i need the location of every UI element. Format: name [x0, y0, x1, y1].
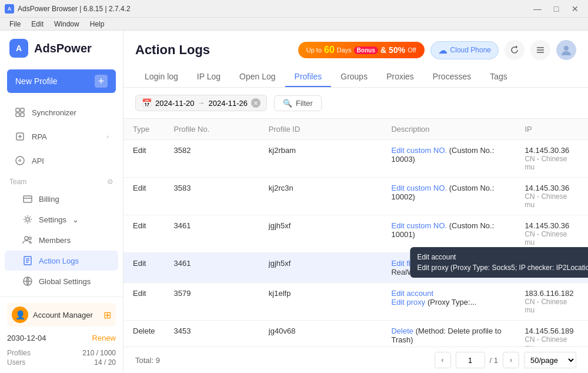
users-label: Users [7, 358, 25, 367]
footer-stats: Profiles 210 / 1000 Users 14 / 20 [7, 348, 116, 367]
app-body: A AdsPower New Profile + Synchronizer RP… [0, 31, 588, 373]
prev-page-button[interactable]: ‹ [435, 352, 451, 368]
col-description: Description [382, 119, 515, 140]
table-row: Delete 3453 jg40v68 Delete (Method: Dele… [123, 321, 588, 347]
action-logs-table: Type Profile No. Profile ID Description … [123, 119, 588, 347]
table-row: Edit 3579 kj1elfp Edit account Edit prox… [123, 283, 588, 321]
date-to: 2024-11-26 [209, 99, 248, 108]
maximize-button[interactable]: □ [548, 3, 564, 15]
ip-main: 14.145.30.36 [524, 221, 579, 230]
main-content: Action Logs Up to 60 Days Bonus & 50% Of… [123, 31, 588, 373]
promo-off: Off [407, 46, 416, 54]
menu-edit[interactable]: Edit [26, 19, 48, 29]
sidebar-item-billing[interactable]: Billing [5, 189, 118, 209]
new-profile-button[interactable]: New Profile + [7, 69, 116, 93]
desc-link1[interactable]: Edit account [391, 289, 433, 298]
desc-link[interactable]: Delete [391, 327, 413, 335]
desc-link[interactable]: Edit custom NO. [391, 221, 447, 230]
svg-rect-0 [16, 108, 19, 112]
date-arrow-icon: → [198, 99, 205, 107]
total-count: Total: 9 [135, 356, 160, 365]
tab-processes[interactable]: Processes [423, 67, 480, 87]
main-header: Action Logs Up to 60 Days Bonus & 50% Of… [123, 31, 588, 88]
cell-profile-id: jg40v68 [259, 321, 382, 347]
rpa-icon [14, 131, 26, 142]
renew-button[interactable]: Renew [92, 334, 116, 342]
menu-file[interactable]: File [5, 19, 25, 29]
sidebar-item-api[interactable]: API [5, 149, 118, 172]
tab-groups[interactable]: Groups [331, 67, 377, 87]
calendar-icon: 📅 [142, 98, 152, 108]
tab-tags[interactable]: Tags [480, 67, 517, 87]
cell-ip: 14.145.56.189CN - Chinese mu [515, 321, 588, 347]
next-page-button[interactable]: › [503, 352, 519, 368]
titlebar-left: A AdsPower Browser | 6.8.15 | 2.7.4.2 [5, 4, 131, 14]
tab-ip-log[interactable]: IP Log [188, 67, 230, 87]
tooltip-edit-account[interactable]: Edit account [417, 252, 588, 262]
action-tooltip: Edit account Edit proxy (Proxy Type: Soc… [410, 247, 588, 278]
app-title: AdsPower Browser | 6.8.15 | 2.7.4.2 [18, 5, 131, 13]
tab-login-log[interactable]: Login log [135, 67, 188, 87]
pagination: Total: 9 ‹ / 1 › 10/page 20/page 50/page… [123, 347, 588, 373]
footer-date-row: 2030-12-04 Renew [7, 331, 116, 345]
promo-upto: Up to [306, 46, 322, 54]
cell-profile-no: 3461 [165, 253, 259, 283]
desc-link2[interactable]: Edit proxy [391, 298, 425, 307]
sidebar-item-rpa[interactable]: RPA › [5, 125, 118, 148]
sidebar-item-settings[interactable]: Settings ⌄ [5, 209, 118, 229]
tab-open-log[interactable]: Open Log [230, 67, 285, 87]
cell-profile-id: jgjh5xf [259, 253, 382, 283]
promo-bonus-tag: Bonus [354, 46, 378, 54]
desc-link[interactable]: Edit custom NO. [391, 184, 447, 192]
footer-date: 2030-12-04 [7, 334, 46, 342]
team-gear-icon[interactable]: ⚙ [107, 178, 113, 186]
ip-main: 183.6.116.182 [524, 289, 579, 298]
team-section-title: Team ⚙ [0, 173, 123, 188]
date-clear-button[interactable]: ✕ [251, 98, 260, 108]
ip-sub: CN - Chinese mu [524, 192, 579, 209]
table-row: Edit 3582 kj2rbam Edit custom NO. (Custo… [123, 140, 588, 178]
cell-description: Edit custom NO. (Custom No.: 10003) [382, 140, 515, 178]
promo-badge[interactable]: Up to 60 Days Bonus & 50% Off [298, 42, 425, 58]
menu-window[interactable]: Window [49, 19, 84, 29]
page-number-input[interactable] [456, 352, 485, 368]
account-manager-label: Account Manager [33, 311, 99, 319]
cell-profile-no: 3461 [165, 215, 259, 253]
sidebar-item-action-logs[interactable]: Action Logs [5, 251, 118, 271]
cell-type: Edit [123, 178, 165, 215]
cell-profile-id: kj1elfp [259, 283, 382, 321]
sidebar-label-billing: Billing [39, 195, 59, 204]
menu-help[interactable]: Help [85, 19, 109, 29]
page-size-select[interactable]: 10/page 20/page 50/page 100/page [524, 352, 576, 368]
cell-profile-no: 3583 [165, 178, 259, 215]
cell-description: Edit custom NO. (Custom No.: 10002) [382, 178, 515, 215]
sidebar-item-members[interactable]: Members [5, 230, 118, 250]
filter-button[interactable]: 🔍 Filter [274, 95, 322, 111]
sidebar-item-synchronizer[interactable]: Synchronizer [5, 101, 118, 124]
table-row: Edit 3583 kj2rc3n Edit custom NO. (Custo… [123, 178, 588, 215]
cloud-phone-label: Cloud Phone [450, 46, 491, 54]
sidebar-logo: A AdsPower [0, 31, 123, 66]
tooltip-edit-proxy[interactable]: Edit proxy (Proxy Type: Socks5; IP check… [417, 262, 588, 273]
sidebar-item-global-settings[interactable]: Global Settings [5, 271, 118, 291]
list-view-button[interactable] [530, 40, 550, 60]
tab-proxies[interactable]: Proxies [377, 67, 423, 87]
cloud-phone-button[interactable]: ☁ Cloud Phone [430, 41, 499, 59]
svg-rect-6 [24, 196, 32, 202]
promo-amp: & [380, 45, 386, 55]
refresh-button[interactable] [505, 40, 524, 60]
user-avatar[interactable] [556, 40, 576, 60]
billing-icon [22, 194, 33, 204]
minimize-button[interactable]: — [529, 3, 546, 15]
ip-main: 14.145.30.36 [524, 184, 579, 192]
close-button[interactable]: ✕ [567, 3, 583, 15]
desc-link[interactable]: Edit custom NO. [391, 146, 447, 155]
users-value: 14 / 20 [94, 358, 116, 367]
date-range-picker[interactable]: 📅 2024-11-20 → 2024-11-26 ✕ [135, 95, 267, 111]
tab-profiles[interactable]: Profiles [285, 67, 332, 87]
sidebar-nav: Synchronizer RPA › API Team ⚙ [0, 100, 123, 297]
sidebar-label-api: API [32, 156, 44, 165]
sidebar-label-rpa: RPA [32, 132, 47, 141]
account-manager-section[interactable]: 👤 Account Manager ⊞ [7, 303, 116, 327]
account-manager-icon: 👤 [12, 307, 28, 323]
